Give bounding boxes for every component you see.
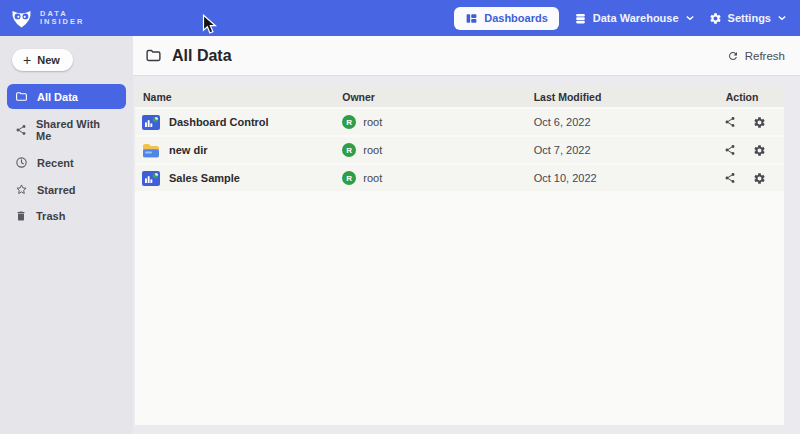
settings-label: Settings [728, 12, 771, 24]
brand: DATA INSIDER [10, 7, 84, 30]
table-row[interactable]: Dashboard Control R root Oct 6, 2022 [135, 109, 784, 135]
trash-icon [15, 210, 27, 222]
sidebar-item-label: All Data [37, 91, 78, 103]
top-navigation: Dashboards Data Warehouse Settings [454, 7, 790, 30]
gear-icon[interactable] [753, 144, 766, 157]
content-area: Name Owner Last Modified Action Dashboar… [133, 77, 800, 434]
page-title: All Data [172, 47, 232, 65]
clock-icon [15, 156, 28, 169]
column-header-action: Action [718, 91, 784, 103]
share-icon [15, 124, 27, 136]
table-row[interactable]: new dir R root Oct 7, 2022 [135, 137, 784, 163]
sidebar-item-shared-with-me[interactable]: Shared With Me [7, 113, 126, 147]
sidebar-item-starred[interactable]: Starred [7, 178, 126, 201]
brand-name: DATA INSIDER [40, 10, 84, 27]
brand-line2: INSIDER [40, 18, 84, 27]
new-button[interactable]: + New [12, 49, 73, 71]
column-header-owner: Owner [334, 91, 525, 103]
row-name[interactable]: Sales Sample [169, 172, 240, 184]
table-row[interactable]: Sales Sample R root Oct 10, 2022 [135, 165, 784, 191]
dashboard-file-icon [142, 115, 160, 130]
star-icon [15, 183, 28, 196]
top-bar: DATA INSIDER Dashboards Da [0, 0, 800, 36]
main-header: All Data Refresh [133, 36, 800, 76]
main-area: All Data Refresh Name Owner Last Modifie… [133, 36, 800, 434]
folder-icon [145, 47, 162, 64]
dashboards-label: Dashboards [484, 12, 548, 24]
last-modified-date: Oct 7, 2022 [526, 144, 718, 156]
sidebar-item-trash[interactable]: Trash [7, 205, 126, 227]
chevron-down-icon [686, 15, 694, 21]
gear-icon[interactable] [753, 172, 766, 185]
folder-file-icon [142, 143, 160, 158]
owner-name: root [363, 172, 382, 184]
share-icon[interactable] [724, 116, 736, 128]
data-table-card: Name Owner Last Modified Action Dashboar… [135, 86, 784, 425]
refresh-label: Refresh [745, 50, 785, 62]
row-name[interactable]: new dir [169, 144, 208, 156]
refresh-icon [727, 50, 739, 62]
table-header-row: Name Owner Last Modified Action [135, 86, 784, 107]
last-modified-date: Oct 6, 2022 [526, 116, 718, 128]
owner-name: root [363, 116, 382, 128]
last-modified-date: Oct 10, 2022 [526, 172, 718, 184]
sidebar-item-label: Trash [36, 210, 65, 222]
settings-menu[interactable]: Settings [709, 12, 786, 25]
owner-avatar: R [342, 143, 356, 157]
sidebar-item-label: Shared With Me [36, 118, 118, 142]
dashboards-button[interactable]: Dashboards [454, 7, 559, 30]
plus-icon: + [23, 55, 31, 65]
folder-icon [15, 90, 28, 103]
owner-avatar: R [342, 115, 356, 129]
database-icon [574, 12, 587, 25]
gear-icon [709, 12, 722, 25]
sidebar-item-recent[interactable]: Recent [7, 151, 126, 174]
column-header-last-modified: Last Modified [526, 91, 718, 103]
sidebar-item-all-data[interactable]: All Data [7, 84, 126, 109]
owner-avatar: R [342, 171, 356, 185]
gear-icon[interactable] [753, 116, 766, 129]
sidebar: + New All Data Shared With Me Recent [0, 36, 133, 434]
refresh-button[interactable]: Refresh [727, 50, 785, 62]
owl-logo-icon [10, 7, 33, 30]
row-name[interactable]: Dashboard Control [169, 116, 269, 128]
sidebar-nav: All Data Shared With Me Recent S [7, 84, 126, 231]
share-icon[interactable] [724, 172, 736, 184]
column-header-name: Name [135, 91, 334, 103]
dashboard-file-icon [142, 171, 160, 186]
new-button-label: New [37, 54, 60, 66]
share-icon[interactable] [724, 144, 736, 156]
sidebar-item-label: Recent [37, 157, 74, 169]
chevron-down-icon [778, 15, 786, 21]
dashboard-icon [465, 12, 478, 25]
data-warehouse-label: Data Warehouse [593, 12, 679, 24]
data-warehouse-menu[interactable]: Data Warehouse [574, 12, 694, 25]
owner-name: root [363, 144, 382, 156]
sidebar-item-label: Starred [37, 184, 76, 196]
